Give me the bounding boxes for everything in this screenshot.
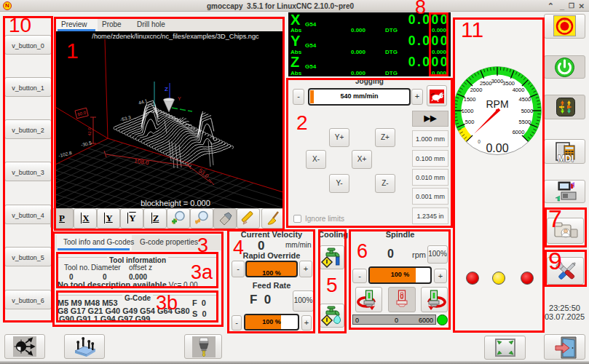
svg-text:MDI: MDI bbox=[558, 154, 574, 163]
